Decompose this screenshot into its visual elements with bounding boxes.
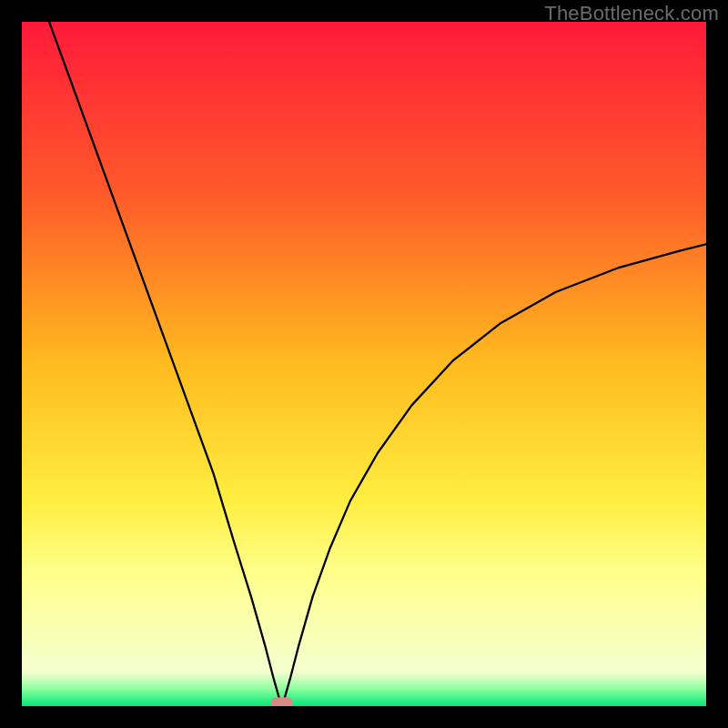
optimal-point-marker [271, 697, 293, 706]
watermark-text: TheBottleneck.com [544, 2, 719, 25]
bottleneck-chart [22, 22, 706, 706]
chart-frame [22, 22, 706, 706]
gradient-background [22, 22, 706, 706]
